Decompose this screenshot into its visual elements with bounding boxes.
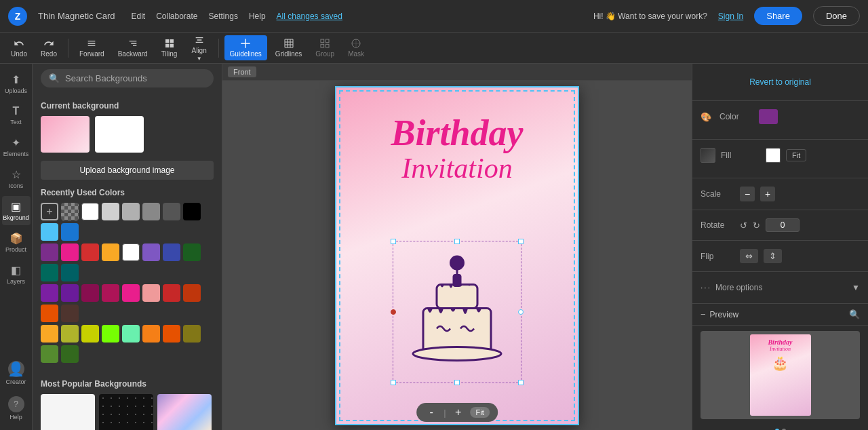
bg-thumb-gradient[interactable] [41,116,90,153]
nav-creator[interactable]: 👤 Creator [2,357,31,389]
color-swatch-darkred[interactable] [163,284,180,302]
guidelines-button[interactable]: Guidelines [224,35,267,60]
resize-handle-bc[interactable] [454,380,460,385]
search-input[interactable] [65,73,205,83]
color-swatch-hotpink[interactable] [122,284,140,302]
mask-button[interactable]: Mask [342,35,370,60]
done-button[interactable]: Done [813,6,860,26]
color-swatch-lightred[interactable] [142,284,160,302]
scale-increase-button[interactable]: + [760,187,775,201]
color-swatch-rose[interactable] [102,284,119,302]
color-swatch-lime[interactable] [61,325,79,343]
color-swatch-lightgreen[interactable] [102,325,119,343]
revert-to-original-button[interactable]: Revert to original [701,72,860,92]
color-swatch-deeppurple[interactable] [41,284,58,302]
color-swatch-purple[interactable] [41,243,58,261]
flip-vertical-button[interactable]: ⇕ [764,249,782,263]
resize-handle-bl[interactable] [391,380,396,385]
cake-element[interactable] [393,241,521,383]
transparent-swatch[interactable] [61,203,79,220]
color-swatch-amber[interactable] [41,325,58,343]
color-swatch-black[interactable] [183,203,201,220]
color-swatch-darkgray[interactable] [163,203,180,220]
more-options-row[interactable]: ··· More options ▼ [701,280,860,295]
color-swatch-gray[interactable] [142,203,160,220]
rotate-handle[interactable] [518,309,524,315]
nav-uploads[interactable]: ⬆ Uploads [2,69,31,98]
nav-icons[interactable]: ☆ Icons [2,164,31,193]
color-swatch-darkcyan[interactable] [61,264,79,281]
gridlines-button[interactable]: Gridlines [270,35,307,60]
bg-thumb-white[interactable] [95,116,144,153]
nav-product[interactable]: 📦 Product [2,228,31,257]
color-swatch-darkyellow[interactable] [142,325,160,343]
color-swatch-olive[interactable] [183,325,201,343]
color-swatch-pink[interactable] [61,243,79,261]
color-swatch-red[interactable] [81,243,99,261]
rotate-right-icon[interactable]: ↻ [753,220,760,231]
menu-settings[interactable]: Settings [209,12,238,21]
tiling-button[interactable]: Tiling [156,35,183,60]
color-swatch-deeporange[interactable] [183,284,201,302]
search-bar[interactable]: 🔍 [41,69,214,87]
nav-text[interactable]: T Text [2,101,31,130]
bg-preview-watercolor[interactable] [157,394,212,430]
color-swatch-green[interactable] [41,345,58,363]
zoom-in-button[interactable]: + [452,406,465,419]
color-swatch-lightgray[interactable] [102,203,119,220]
rotate-left-icon[interactable]: ↺ [740,220,747,231]
bg-preview-black-stars[interactable] [99,394,153,430]
nav-help[interactable]: ? Help [2,392,31,425]
align-button[interactable]: Align ▼ [186,32,213,64]
color-swatch-deeprose[interactable] [81,284,99,302]
color-swatch-darkgreen2[interactable] [61,345,79,363]
preview-search-icon[interactable]: 🔍 [849,309,860,319]
color-swatch-deeporange2[interactable] [163,325,180,343]
resize-handle-ml[interactable] [391,309,396,315]
resize-handle-tc[interactable] [454,239,460,244]
redo-button[interactable]: Redo [35,35,62,60]
undo-button[interactable]: Undo [5,35,33,60]
sign-in-link[interactable]: Sign In [718,12,743,21]
color-swatch-teal[interactable] [41,264,58,281]
forward-button[interactable]: Forward [74,35,110,60]
color-swatch-lightblue[interactable] [41,223,58,241]
menu-help[interactable]: Help [249,12,266,21]
color-swatch-mint[interactable] [122,325,140,343]
color-swatch-deeppurple2[interactable] [61,284,79,302]
group-button[interactable]: Group [310,35,340,60]
menu-edit[interactable]: Edit [131,12,145,21]
color-swatch-white2[interactable] [122,243,140,261]
color-swatch-yellow[interactable] [102,243,119,261]
color-swatch-white[interactable] [81,203,99,220]
design-canvas[interactable]: Birthday Invitation [335,86,579,425]
color-swatch-medgray[interactable] [122,203,140,220]
nav-elements[interactable]: ✦ Elements [2,132,31,161]
color-swatch-darkgreen[interactable] [183,243,201,261]
upload-background-button[interactable]: Upload background image [41,161,214,180]
resize-handle-br[interactable] [518,380,524,385]
preview-minimize-button[interactable]: − [701,309,706,319]
resize-handle-tl[interactable] [391,239,396,244]
color-value-swatch[interactable] [759,109,778,124]
scale-decrease-button[interactable]: − [740,187,755,201]
color-swatch-blue[interactable] [61,223,79,241]
color-swatch-yellow-green[interactable] [81,325,99,343]
color-swatch-orange[interactable] [41,305,58,322]
nav-layers[interactable]: ◧ Layers [2,260,31,289]
share-button[interactable]: Share [754,7,802,25]
fit-label[interactable]: Fit [786,149,806,161]
add-color-button[interactable]: + [41,203,58,220]
backward-button[interactable]: Backward [113,35,153,60]
zoom-out-button[interactable]: - [425,406,438,419]
menu-collaborate[interactable]: Collaborate [156,12,197,21]
resize-handle-tr[interactable] [518,239,524,244]
fit-button[interactable]: Fit [471,407,490,418]
color-swatch-brown[interactable] [61,305,79,322]
color-swatch-mediumpurple[interactable] [142,243,160,261]
nav-background[interactable]: ▣ Bkground [2,196,31,225]
color-swatch-indigo[interactable] [163,243,180,261]
rotate-input[interactable] [766,218,800,232]
bg-preview-white[interactable] [41,394,95,430]
flip-horizontal-button[interactable]: ⇔ [740,249,758,263]
